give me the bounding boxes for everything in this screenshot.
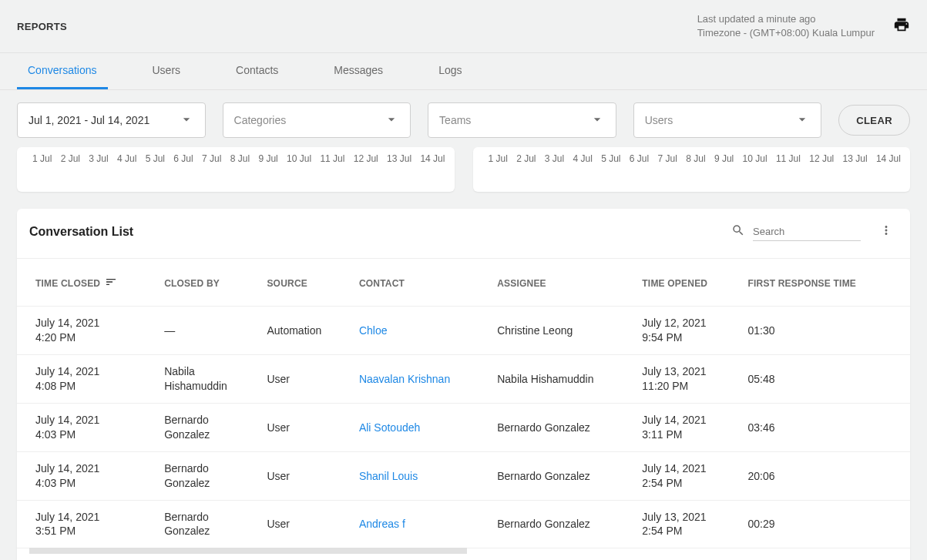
timezone-label: Timezone - (GMT+08:00) Kuala Lumpur (697, 26, 875, 40)
axis-tick-label: 3 Jul (89, 153, 108, 164)
axis-tick-label: 5 Jul (146, 153, 165, 164)
chevron-down-icon (384, 112, 399, 129)
cell-closed-by: — (155, 307, 257, 355)
col-closed-by[interactable]: CLOSED BY (155, 259, 257, 307)
table-row[interactable]: July 14, 20214:03 PMBernardoGonzalezUser… (17, 403, 910, 451)
table-row[interactable]: July 14, 20213:51 PMBernardoGonzalezUser… (17, 500, 910, 548)
table-row[interactable]: July 14, 20214:08 PMNabilaHishamuddinUse… (17, 355, 910, 404)
cell-closed-by: NabilaHishamuddin (155, 355, 257, 404)
axis-tick-label: 5 Jul (601, 153, 620, 164)
sort-icon (105, 276, 117, 290)
header-right: Last updated a minute ago Timezone - (GM… (697, 12, 910, 40)
axis-tick-label: 4 Jul (573, 153, 593, 164)
contact-link[interactable]: Ali Sotoudeh (359, 421, 420, 434)
list-title: Conversation List (29, 225, 133, 239)
tab-contacts[interactable]: Contacts (225, 53, 289, 89)
cell-first-response-time: 01:30 (739, 307, 910, 355)
cell-source: User (257, 500, 349, 548)
cell-time-closed: July 14, 20214:08 PM (17, 355, 155, 404)
contact-link[interactable]: Andreas f (359, 518, 405, 530)
cell-source: Automation (257, 307, 349, 355)
cell-first-response-time: 20:06 (739, 451, 910, 500)
cell-time-closed: July 14, 20213:51 PM (17, 500, 155, 548)
print-icon[interactable] (893, 16, 910, 36)
cell-assignee: Nabila Hishamuddin (488, 355, 633, 404)
axis-tick-label: 2 Jul (61, 153, 80, 164)
conversation-table: TIME CLOSED CLOSED BY SOURCE CONTACT ASS… (17, 259, 910, 548)
axis-tick-label: 13 Jul (843, 153, 868, 164)
axis-tick-label: 4 Jul (117, 153, 136, 164)
col-first-response-time[interactable]: FIRST RESPONSE TIME (739, 259, 910, 307)
axis-tick-label: 6 Jul (630, 153, 649, 164)
chart-axis-labels: 1 Jul2 Jul3 Jul4 Jul5 Jul6 Jul7 Jul8 Jul… (473, 153, 911, 164)
cell-closed-by: BernardoGonzalez (155, 451, 257, 500)
cell-contact: Naavalan Krishnan (350, 355, 488, 404)
categories-placeholder: Categories (234, 114, 287, 126)
axis-tick-label: 1 Jul (32, 153, 52, 164)
col-time-closed[interactable]: TIME CLOSED (17, 259, 155, 307)
cell-first-response-time: 03:46 (739, 403, 910, 451)
axis-tick-label: 7 Jul (202, 153, 221, 164)
axis-tick-label: 14 Jul (876, 153, 901, 164)
more-vert-icon[interactable] (879, 223, 893, 240)
contact-link[interactable]: Chloe (359, 324, 388, 337)
search-icon[interactable] (731, 223, 745, 240)
search-input[interactable] (753, 223, 861, 241)
page-title: REPORTS (17, 21, 67, 32)
users-select[interactable]: Users (633, 102, 822, 138)
date-range-select[interactable]: Jul 1, 2021 - Jul 14, 2021 (17, 102, 206, 138)
users-placeholder: Users (645, 114, 673, 126)
cell-assignee: Bernardo Gonzalez (488, 451, 633, 500)
axis-tick-label: 11 Jul (776, 153, 801, 164)
list-header-actions (731, 223, 893, 241)
page-header: REPORTS Last updated a minute ago Timezo… (0, 0, 927, 52)
col-assignee[interactable]: ASSIGNEE (488, 259, 633, 307)
contact-link[interactable]: Naavalan Krishnan (359, 373, 450, 385)
filters-row: Jul 1, 2021 - Jul 14, 2021 Categories Te… (0, 90, 927, 147)
cell-time-closed: July 14, 20214:20 PM (17, 307, 155, 355)
clear-button[interactable]: CLEAR (838, 105, 910, 136)
table-row[interactable]: July 14, 20214:03 PMBernardoGonzalezUser… (17, 451, 910, 500)
axis-tick-label: 9 Jul (714, 153, 734, 164)
horizontal-scrollbar[interactable] (29, 548, 467, 554)
tabs: Conversations Users Contacts Messages Lo… (0, 52, 927, 90)
cell-source: User (257, 451, 349, 500)
contact-link[interactable]: Shanil Louis (359, 470, 418, 482)
tab-messages[interactable]: Messages (323, 53, 394, 89)
date-range-value: Jul 1, 2021 - Jul 14, 2021 (29, 114, 149, 126)
tab-users[interactable]: Users (142, 53, 192, 89)
col-source[interactable]: SOURCE (257, 259, 349, 307)
cell-assignee: Christine Leong (488, 307, 633, 355)
axis-tick-label: 9 Jul (258, 153, 277, 164)
cell-first-response-time: 05:48 (739, 355, 910, 404)
cell-time-opened: July 13, 20212:54 PM (633, 500, 738, 548)
cell-closed-by: BernardoGonzalez (155, 403, 257, 451)
chevron-down-icon (589, 112, 605, 129)
teams-placeholder: Teams (439, 114, 471, 126)
table-footer: Conversations per page: 5 1-5 of 933 (17, 554, 910, 560)
cell-time-opened: July 14, 20213:11 PM (633, 403, 738, 451)
cell-assignee: Bernardo Gonzalez (488, 500, 633, 548)
list-header: Conversation List (17, 209, 910, 259)
cell-time-opened: July 12, 20219:54 PM (633, 307, 738, 355)
axis-tick-label: 2 Jul (516, 153, 536, 164)
table-row[interactable]: July 14, 20214:20 PM—AutomationChloeChri… (17, 307, 910, 355)
col-time-opened[interactable]: TIME OPENED (633, 259, 738, 307)
cell-first-response-time: 00:29 (739, 500, 910, 548)
axis-tick-label: 13 Jul (387, 153, 411, 164)
cell-assignee: Bernardo Gonzalez (488, 403, 633, 451)
cell-time-closed: July 14, 20214:03 PM (17, 403, 155, 451)
axis-tick-label: 10 Jul (743, 153, 767, 164)
cell-contact: Chloe (350, 307, 488, 355)
conversation-list-card: Conversation List TIME CLOSED (17, 209, 910, 560)
teams-select[interactable]: Teams (428, 102, 616, 138)
chart-axis-labels: 1 Jul2 Jul3 Jul4 Jul5 Jul6 Jul7 Jul8 Jul… (17, 153, 455, 164)
tab-logs[interactable]: Logs (428, 53, 472, 89)
col-contact[interactable]: CONTACT (350, 259, 488, 307)
tab-conversations[interactable]: Conversations (17, 53, 108, 89)
chart-card-left: 1 Jul2 Jul3 Jul4 Jul5 Jul6 Jul7 Jul8 Jul… (17, 147, 455, 192)
categories-select[interactable]: Categories (223, 102, 411, 138)
cell-time-opened: July 13, 202111:20 PM (633, 355, 738, 404)
axis-tick-label: 6 Jul (173, 153, 193, 164)
axis-tick-label: 8 Jul (230, 153, 250, 164)
